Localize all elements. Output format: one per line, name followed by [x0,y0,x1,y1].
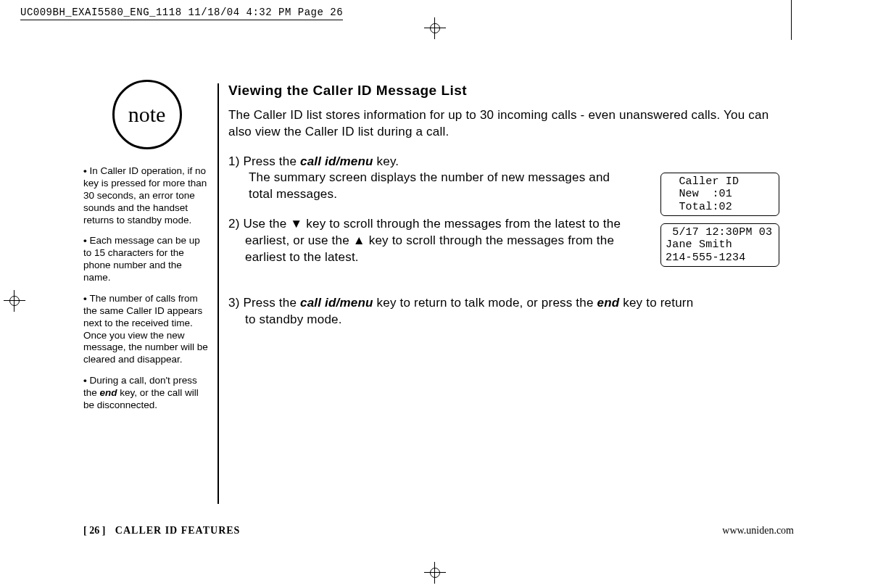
step1-prefix: 1) Press the [228,154,300,168]
lcd-screen-summary: Caller ID New :01 Total:02 [660,173,779,216]
page-footer: [ 26 ] CALLER ID FEATURES www.uniden.com [83,524,794,537]
page-number: [ 26 ] [83,525,105,536]
note-bullet: Each message can be up to 15 characters … [83,235,210,284]
note-icon: note [112,80,182,149]
footer-url: www.uniden.com [722,525,794,537]
sidebar: note In Caller ID operation, if no key i… [83,80,210,421]
step3-a: 3) Press the [228,296,300,310]
note-bullets: In Caller ID operation, if no key is pre… [83,165,210,412]
registration-mark-left [4,290,25,312]
step1-body: The summary screen displays the number o… [228,170,620,203]
intro-paragraph: The Caller ID list stores information fo… [228,107,779,141]
vertical-divider [218,83,219,504]
page-content: note In Caller ID operation, if no key i… [83,73,794,537]
note-bullet: During a call, don't press the end key, … [83,375,210,412]
call-id-menu-key: call id/menu [300,154,373,168]
step2: 2) Use the ▼ key to scroll through the m… [228,216,637,266]
end-key: end [597,296,620,310]
step3-b: key to return to talk mode, or press the [373,296,597,310]
step1-suffix: key. [373,154,399,168]
note-bullet: The number of calls from the same Caller… [83,293,210,366]
lcd-screen-message: 5/17 12:30PM 03 Jane Smith 214-555-1234 [660,223,779,267]
registration-mark-bottom [424,562,446,584]
prepress-header: UC009BH_EXAI5580_ENG_1118 11/18/04 4:32 … [20,7,343,20]
registration-mark-top [424,17,446,39]
main-content: Viewing the Caller ID Message List The C… [228,81,779,328]
note-bullet: In Caller ID operation, if no key is pre… [83,165,210,226]
crop-mark-right [791,0,792,40]
section-label: CALLER ID FEATURES [115,525,241,536]
step3: 3) Press the call id/menu key to return … [228,295,695,328]
section-heading: Viewing the Caller ID Message List [228,81,779,100]
call-id-menu-key-2: call id/menu [300,296,373,310]
